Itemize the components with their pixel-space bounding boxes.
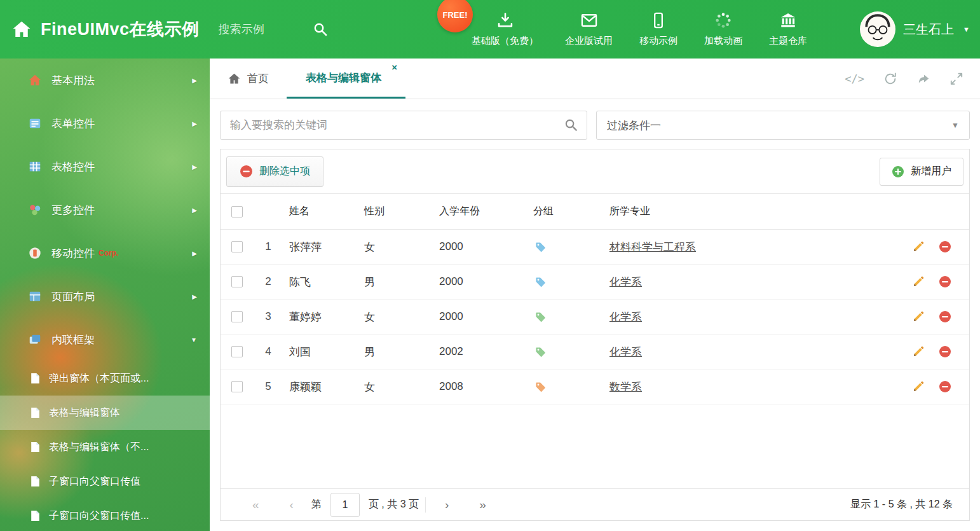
edit-icon[interactable] <box>912 345 925 358</box>
delete-icon[interactable] <box>939 380 951 393</box>
row-number: 2 <box>254 275 283 288</box>
file-icon <box>31 510 40 521</box>
edit-icon[interactable] <box>912 275 925 288</box>
sidebar-item-label: 表格控件 <box>51 160 95 174</box>
chevron-right-icon: ▶ <box>192 77 197 84</box>
major-link[interactable]: 化学系 <box>609 276 642 288</box>
delete-icon[interactable] <box>939 275 951 288</box>
search-icon[interactable] <box>564 118 578 135</box>
last-page-button[interactable]: » <box>464 498 501 512</box>
tab-home[interactable]: 首页 <box>210 59 287 99</box>
user-menu[interactable]: 三生石上 ▼ <box>860 0 970 59</box>
sidebar-item-form-controls[interactable]: 表单控件 ▶ <box>0 102 210 145</box>
cell-year: 2000 <box>433 310 527 323</box>
button-label: 删除选中项 <box>259 165 310 178</box>
column-header-major[interactable]: 所学专业 <box>603 205 903 218</box>
select-all-checkbox[interactable] <box>231 206 243 217</box>
main-content: 首页 表格与编辑窗体 × </> 过滤条件一 ▼ <box>210 59 980 531</box>
major-link[interactable]: 化学系 <box>609 346 642 358</box>
keyword-search-input[interactable] <box>220 111 587 140</box>
row-number: 5 <box>254 380 283 393</box>
sidebar-subitem-child-to-parent[interactable]: 子窗口向父窗口传值 <box>0 464 210 499</box>
sidebar-subitem-grid-edit-window[interactable]: 表格与编辑窗体 <box>0 396 210 430</box>
cell-year: 2000 <box>433 275 527 288</box>
major-link[interactable]: 化学系 <box>609 311 642 323</box>
sidebar-subitem-child-to-parent-alt[interactable]: 子窗口向父窗口传值... <box>0 499 210 531</box>
cell-name: 陈飞 <box>283 275 358 289</box>
next-page-button[interactable]: › <box>430 498 464 512</box>
tab-grid-edit-window[interactable]: 表格与编辑窗体 × <box>287 59 405 99</box>
delete-icon[interactable] <box>939 240 951 253</box>
share-icon[interactable] <box>916 72 930 86</box>
corp-badge: Corp. <box>99 249 118 258</box>
header-search-input[interactable] <box>217 22 313 37</box>
close-icon[interactable]: × <box>391 62 397 72</box>
major-link[interactable]: 数学系 <box>609 381 642 393</box>
sidebar-subitem-popup-window[interactable]: 弹出窗体（本页面或... <box>0 361 210 396</box>
sidebar-item-page-layout[interactable]: 页面布局 ▶ <box>0 275 210 318</box>
page-number-input[interactable] <box>330 493 360 517</box>
header-nav: 基础版（免费） 企业版试用 移动示例 加载动画 主题仓库 <box>472 0 807 59</box>
filter-row: 过滤条件一 ▼ <box>220 111 970 140</box>
table-empty-space <box>221 404 969 488</box>
first-page-button[interactable]: « <box>237 498 275 512</box>
major-link[interactable]: 材料科学与工程系 <box>609 241 696 253</box>
sidebar-item-label: 内联框架 <box>51 333 95 347</box>
home-logo-icon[interactable] <box>11 19 32 39</box>
nav-mobile-demo[interactable]: 移动示例 <box>639 11 677 47</box>
sidebar-item-label: 基本用法 <box>51 73 95 88</box>
sidebar-item-mobile-controls[interactable]: 移动控件 Corp. ▶ <box>0 231 210 275</box>
chevron-right-icon: ▶ <box>192 120 197 127</box>
record-summary: 显示 1 - 5 条 , 共 12 条 <box>850 498 953 511</box>
file-icon <box>31 476 40 487</box>
refresh-icon[interactable] <box>883 72 897 86</box>
column-header-group[interactable]: 分组 <box>527 205 603 218</box>
edit-icon[interactable] <box>912 310 925 323</box>
add-user-button[interactable]: 新增用户 <box>880 158 963 186</box>
tab-label: 表格与编辑窗体 <box>306 71 381 85</box>
row-checkbox[interactable] <box>231 311 243 322</box>
nav-enterprise-trial[interactable]: 企业版试用 <box>565 11 613 47</box>
cell-gender: 男 <box>358 275 433 289</box>
column-header-name[interactable]: 姓名 <box>283 205 358 218</box>
search-icon[interactable] <box>313 22 328 37</box>
edit-icon[interactable] <box>912 240 925 253</box>
minus-circle-icon <box>240 165 253 178</box>
edit-icon[interactable] <box>912 380 925 393</box>
prev-page-button[interactable]: ‹ <box>275 498 309 512</box>
sidebar-item-basic-usage[interactable]: 基本用法 ▶ <box>0 59 210 102</box>
header-search <box>217 22 328 37</box>
button-label: 新增用户 <box>911 165 951 178</box>
delete-icon[interactable] <box>939 345 951 358</box>
column-header-year[interactable]: 入学年份 <box>433 205 527 218</box>
file-icon <box>31 407 40 418</box>
sidebar-item-more-controls[interactable]: 更多控件 ▶ <box>0 188 210 231</box>
source-code-icon[interactable]: </> <box>845 72 864 85</box>
chevron-right-icon: ▶ <box>192 250 197 257</box>
filter-dropdown[interactable]: 过滤条件一 ▼ <box>596 111 970 140</box>
nav-theme-repo[interactable]: 主题仓库 <box>769 11 807 47</box>
table-row: 5 康颖颖 女 2008 数学系 <box>221 369 969 404</box>
spinner-icon <box>714 11 732 31</box>
delete-icon[interactable] <box>939 310 951 323</box>
row-checkbox[interactable] <box>231 381 243 392</box>
nav-basic-free[interactable]: 基础版（免费） <box>472 11 538 47</box>
nav-loading-animation[interactable]: 加载动画 <box>704 11 742 47</box>
sidebar-item-inline-frame[interactable]: 内联框架 ▼ <box>0 318 210 361</box>
table-header: 姓名 性别 入学年份 分组 所学专业 <box>221 194 969 230</box>
nav-label: 基础版（免费） <box>472 35 538 47</box>
grid-panel: 删除选中项 新增用户 姓名 性别 入学年份 分组 所学专业 1 张萍萍 女 <box>220 149 970 521</box>
column-header-gender[interactable]: 性别 <box>358 205 433 218</box>
row-checkbox[interactable] <box>231 346 243 357</box>
expand-icon[interactable] <box>949 72 963 86</box>
row-checkbox[interactable] <box>231 241 243 252</box>
sidebar-subitem-grid-edit-window-alt[interactable]: 表格与编辑窗体（不... <box>0 430 210 464</box>
file-icon <box>31 441 40 453</box>
delete-selected-button[interactable]: 删除选中项 <box>226 156 323 187</box>
sidebar-subitem-label: 子窗口向父窗口传值... <box>49 509 149 523</box>
mobile-corp-icon <box>28 246 42 260</box>
row-checkbox[interactable] <box>231 276 243 287</box>
sidebar-item-grid-controls[interactable]: 表格控件 ▶ <box>0 145 210 188</box>
home-icon <box>28 73 42 87</box>
nav-label: 主题仓库 <box>769 35 807 47</box>
